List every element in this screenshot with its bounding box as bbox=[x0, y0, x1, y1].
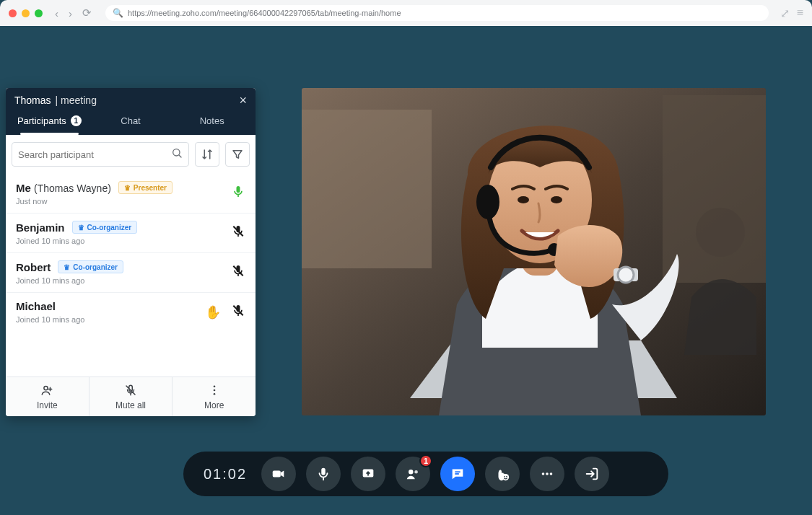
participant-name: Me (Thomas Wayne) bbox=[16, 182, 111, 194]
participants-count: 1 bbox=[71, 115, 82, 126]
svg-point-45 bbox=[550, 472, 553, 475]
svg-point-37 bbox=[414, 470, 418, 474]
svg-point-31 bbox=[696, 208, 745, 257]
participant-name: Benjamin bbox=[16, 221, 65, 234]
mic-toggle-button[interactable] bbox=[306, 457, 341, 491]
share-screen-button[interactable] bbox=[351, 457, 385, 491]
svg-rect-2 bbox=[237, 186, 240, 193]
more-options-button[interactable] bbox=[530, 457, 564, 491]
panel-title-suffix: | meeting bbox=[56, 94, 97, 106]
tab-notes-label: Notes bbox=[200, 115, 224, 126]
svg-point-17 bbox=[213, 385, 215, 387]
svg-point-40 bbox=[502, 474, 509, 480]
svg-point-13 bbox=[44, 386, 48, 389]
nav-back-icon[interactable]: ‹ bbox=[53, 6, 61, 21]
reactions-button[interactable] bbox=[485, 457, 520, 491]
svg-point-26 bbox=[551, 196, 562, 203]
crown-icon: ♛ bbox=[64, 263, 70, 271]
panel-footer: Invite Mute all More bbox=[6, 377, 256, 416]
window-traffic-lights bbox=[9, 9, 43, 17]
role-badge: ♛Co-organizer bbox=[72, 221, 138, 234]
participant-row[interactable]: Me (Thomas Wayne)♛PresenterJust now bbox=[6, 174, 256, 213]
panel-title-name: Thomas bbox=[14, 94, 51, 106]
svg-point-42 bbox=[506, 476, 507, 477]
participants-badge: 1 bbox=[419, 454, 432, 467]
participant-row[interactable]: Michael Joined 10 mins ago✋ bbox=[6, 292, 256, 331]
chat-button[interactable] bbox=[440, 457, 475, 491]
filter-button[interactable] bbox=[225, 142, 250, 167]
mic-on-icon[interactable] bbox=[231, 185, 245, 203]
participants-button[interactable]: 1 bbox=[396, 457, 430, 491]
svg-point-36 bbox=[409, 470, 413, 474]
participant-list: Me (Thomas Wayne)♛PresenterJust nowBenja… bbox=[6, 174, 256, 377]
svg-point-25 bbox=[518, 196, 529, 203]
expand-icon[interactable]: ⤢ bbox=[780, 6, 790, 20]
reload-icon[interactable]: ⟳ bbox=[80, 5, 94, 21]
minimize-window-button[interactable] bbox=[22, 9, 30, 17]
maximize-window-button[interactable] bbox=[35, 9, 43, 17]
url-bar[interactable]: 🔍 https://meeting.zoho.com/meeting/66400… bbox=[105, 5, 769, 21]
video-toggle-button[interactable] bbox=[261, 457, 296, 491]
mute-all-button[interactable]: Mute all bbox=[90, 377, 173, 416]
more-icon bbox=[208, 384, 221, 399]
joined-time: Joined 10 mins ago bbox=[16, 276, 245, 285]
participants-panel: Thomas | meeting × Participants 1 Chat N… bbox=[6, 88, 256, 416]
search-participant-box bbox=[12, 142, 189, 167]
crown-icon: ♛ bbox=[124, 184, 131, 192]
menu-icon[interactable]: ≡ bbox=[797, 6, 803, 20]
svg-point-41 bbox=[504, 476, 505, 477]
close-icon[interactable]: × bbox=[239, 94, 247, 107]
browser-right-controls: ⤢ ≡ bbox=[780, 6, 803, 20]
mic-muted-icon[interactable] bbox=[231, 224, 245, 242]
browser-chrome: ‹ › ⟳ 🔍 https://meeting.zoho.com/meeting… bbox=[0, 0, 812, 26]
url-text: https://meeting.zoho.com/meeting/6640000… bbox=[128, 9, 401, 17]
crown-icon: ♛ bbox=[78, 224, 84, 232]
sort-button[interactable] bbox=[195, 142, 219, 167]
search-input[interactable] bbox=[18, 149, 171, 160]
raised-hand-icon: ✋ bbox=[205, 304, 221, 320]
invite-label: Invite bbox=[37, 400, 58, 410]
svg-point-18 bbox=[213, 389, 215, 392]
tab-notes[interactable]: Notes bbox=[171, 108, 253, 135]
tab-participants[interactable]: Participants 1 bbox=[9, 108, 90, 135]
svg-rect-33 bbox=[321, 468, 326, 475]
role-badge: ♛Co-organizer bbox=[58, 260, 123, 273]
invite-icon bbox=[40, 384, 53, 399]
mic-muted-icon[interactable] bbox=[231, 264, 245, 282]
participant-row[interactable]: Benjamin ♛Co-organizerJoined 10 mins ago bbox=[6, 213, 256, 252]
nav-forward-icon[interactable]: › bbox=[66, 6, 74, 21]
participant-name: Robert bbox=[16, 261, 51, 273]
mic-muted-icon[interactable] bbox=[231, 303, 245, 321]
tab-participants-label: Participants bbox=[17, 115, 66, 126]
participant-row[interactable]: Robert ♛Co-organizerJoined 10 mins ago bbox=[6, 252, 256, 292]
leave-meeting-button[interactable] bbox=[575, 457, 609, 491]
svg-line-1 bbox=[179, 155, 181, 157]
joined-time: Just now bbox=[16, 197, 245, 206]
meeting-control-bar: 01:02 1 bbox=[183, 452, 668, 496]
panel-title: Thomas | meeting bbox=[14, 94, 97, 106]
more-label: More bbox=[204, 400, 224, 410]
search-row bbox=[6, 135, 256, 174]
role-badge: ♛Presenter bbox=[118, 181, 173, 194]
search-icon[interactable] bbox=[171, 147, 183, 162]
invite-button[interactable]: Invite bbox=[6, 377, 90, 416]
close-window-button[interactable] bbox=[9, 9, 17, 17]
panel-tabs: Participants 1 Chat Notes bbox=[6, 108, 256, 135]
main-video-tile[interactable] bbox=[302, 88, 766, 415]
tab-chat[interactable]: Chat bbox=[90, 108, 172, 135]
svg-point-43 bbox=[542, 472, 545, 475]
more-button[interactable]: More bbox=[173, 377, 256, 416]
search-icon: 🔍 bbox=[113, 8, 123, 18]
svg-point-30 bbox=[618, 267, 634, 283]
svg-point-44 bbox=[546, 472, 549, 475]
svg-point-19 bbox=[213, 393, 215, 395]
mute-all-label: Mute all bbox=[115, 400, 146, 410]
svg-rect-32 bbox=[273, 470, 281, 477]
mute-all-icon bbox=[124, 384, 137, 399]
tab-chat-label: Chat bbox=[121, 115, 140, 126]
panel-header: Thomas | meeting × Participants 1 Chat N… bbox=[6, 88, 256, 135]
meeting-timer: 01:02 bbox=[204, 466, 247, 483]
joined-time: Joined 10 mins ago bbox=[16, 237, 245, 245]
svg-rect-21 bbox=[302, 110, 432, 268]
svg-point-27 bbox=[476, 185, 499, 219]
